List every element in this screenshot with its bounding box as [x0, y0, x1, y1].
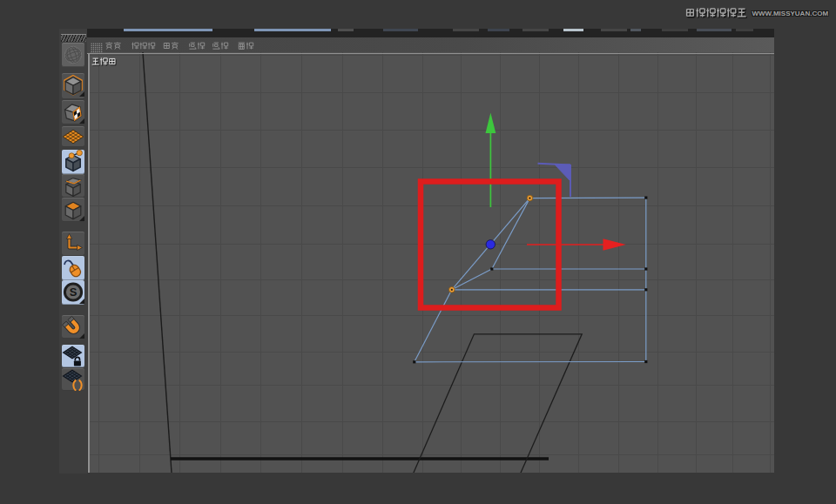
svg-text:S: S	[70, 286, 78, 299]
